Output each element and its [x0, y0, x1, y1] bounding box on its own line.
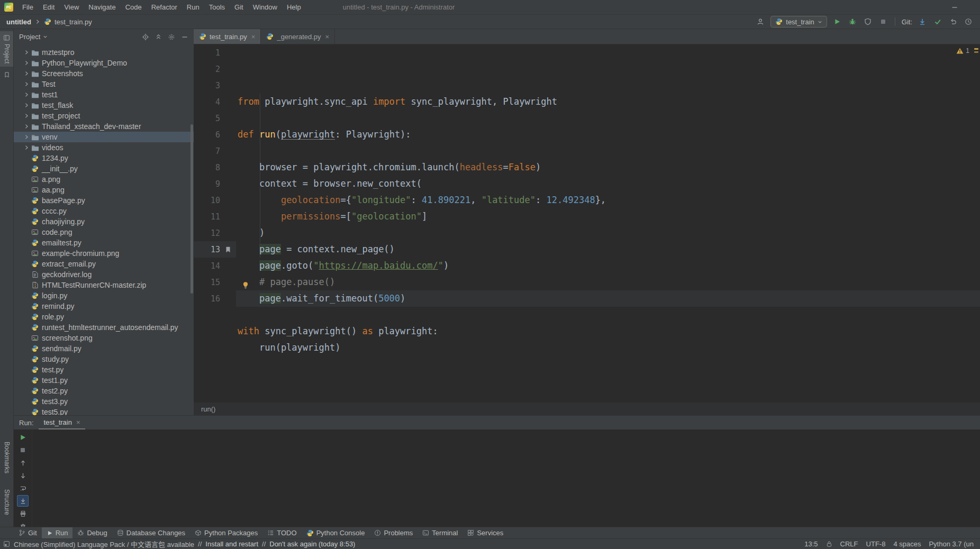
code-line-2[interactable] [236, 110, 980, 126]
chevron-right-icon[interactable] [23, 81, 31, 87]
editor-tab-test_train.py[interactable]: test_train.py× [194, 29, 261, 44]
tree-folder-Python_Playwright_Demo[interactable]: Python_Playwright_Demo [14, 58, 194, 68]
chevron-down-icon[interactable] [43, 34, 48, 39]
toolwindow-button-terminal[interactable]: Terminal [418, 527, 462, 538]
editor-pane[interactable]: 12345678910111213141516 from playwright.… [194, 44, 980, 402]
menu-edit[interactable]: Edit [38, 0, 59, 14]
chevron-right-icon[interactable] [23, 70, 31, 77]
breadcrumb-file[interactable]: test_train.py [55, 18, 92, 26]
tree-file-study.py[interactable]: study.py [14, 354, 194, 364]
tree-file-example-chromium.png[interactable]: example-chromium.png [14, 248, 194, 259]
soft-wrap-icon[interactable] [17, 482, 29, 494]
bookmark-icon[interactable] [4, 72, 10, 78]
tree-folder-test_project[interactable]: test_project [14, 111, 194, 121]
tree-folder-mztestpro[interactable]: mztestpro [14, 47, 194, 58]
encoding[interactable]: UTF-8 [866, 540, 886, 548]
git-commit-button[interactable] [932, 16, 943, 27]
tree-file-test5.py[interactable]: test5.py [14, 407, 194, 415]
rerun-icon[interactable] [17, 432, 29, 443]
tool-button-structure[interactable]: Structure [0, 486, 13, 518]
tree-file-test.py[interactable]: test.py [14, 364, 194, 375]
tree-file-login.py[interactable]: login.py [14, 290, 194, 301]
down-stack-icon[interactable] [17, 470, 29, 481]
toolwindow-button-git[interactable]: Git [14, 527, 42, 538]
menu-run[interactable]: Run [182, 0, 204, 14]
code-line-10[interactable]: page = context.new_page() [236, 241, 980, 258]
warning-stripe-mark[interactable] [974, 48, 978, 50]
tree-folder-Thailand_xsteach_dev-master[interactable]: Thailand_xsteach_dev-master [14, 121, 194, 132]
run-config-selector[interactable]: test_train [770, 16, 827, 28]
minimize-button[interactable] [947, 4, 962, 11]
tree-file-code.png[interactable]: code.png [14, 227, 194, 237]
readonly-lock-icon[interactable] [826, 541, 832, 547]
tree-file-remind.py[interactable]: remind.py [14, 301, 194, 312]
collapse-all-icon[interactable] [155, 33, 162, 40]
code-line-6[interactable]: context = browser.new_context( [236, 176, 980, 192]
tree-file-runtest_htmltestrunner_autosendemail.py[interactable]: runtest_htmltestrunner_autosendemail.py [14, 322, 194, 333]
hide-panel-icon[interactable] [181, 33, 188, 41]
tree-file-role.py[interactable]: role.py [14, 312, 194, 322]
run-button[interactable] [832, 16, 842, 27]
tree-file-cccc.py[interactable]: cccc.py [14, 206, 194, 216]
code-line-15[interactable]: with sync_playwright() as playwright: [236, 323, 980, 340]
tree-file-__init__.py[interactable]: __init__.py [14, 163, 194, 174]
tree-folder-Test[interactable]: Test [14, 79, 194, 89]
gear-icon[interactable] [168, 33, 175, 41]
locate-file-icon[interactable] [142, 33, 149, 41]
editor-tab-_generated.py[interactable]: _generated.py× [261, 29, 335, 44]
menu-git[interactable]: Git [230, 0, 248, 14]
up-stack-icon[interactable] [17, 457, 29, 469]
code-line-13[interactable]: page.wait_for_timeout(5000) [236, 290, 980, 307]
tree-file-geckodriver.log[interactable]: geckodriver.log [14, 269, 194, 280]
menu-refactor[interactable]: Refactor [147, 0, 182, 14]
stop-button[interactable] [878, 16, 888, 27]
caret-position[interactable]: 13:5 [804, 540, 818, 548]
close-tab-icon[interactable]: × [325, 33, 330, 41]
code-line-9[interactable]: ) [236, 225, 980, 241]
run-console[interactable] [32, 429, 980, 527]
menu-file[interactable]: File [17, 0, 38, 14]
chevron-right-icon[interactable] [23, 144, 31, 151]
chevron-right-icon[interactable] [23, 123, 31, 130]
install-restart-link[interactable]: Install and restart [205, 540, 258, 548]
interpreter[interactable]: Python 3.7 (un [929, 540, 974, 548]
code-line-1[interactable]: from playwright.sync_api import sync_pla… [236, 94, 980, 110]
menu-navigate[interactable]: Navigate [84, 0, 120, 14]
debug-button[interactable] [847, 16, 858, 27]
code-line-12[interactable]: # page.pause() [236, 274, 980, 290]
close-tab-icon[interactable]: × [251, 33, 256, 41]
chevron-right-icon[interactable] [23, 102, 31, 108]
code-line-3[interactable]: def run(playwright: Playwright): [236, 126, 980, 143]
tree-file-screenshot.png[interactable]: screenshot.png [14, 333, 194, 343]
dismiss-link[interactable]: Don't ask again (today 8:53) [269, 540, 355, 548]
code-line-14[interactable] [236, 307, 980, 323]
stop-icon[interactable] [17, 444, 29, 456]
tool-button-project[interactable]: Project [0, 31, 13, 67]
tree-file-emailtest.py[interactable]: emailtest.py [14, 237, 194, 248]
tree-folder-test1[interactable]: test1 [14, 89, 194, 100]
git-history-button[interactable] [963, 16, 974, 27]
code-line-11[interactable]: page.goto("https://map.baidu.com/") [236, 258, 980, 274]
project-scrollbar[interactable] [190, 124, 193, 294]
indent-setting[interactable]: 4 spaces [893, 540, 921, 548]
code-line-5[interactable]: browser = playwright.chromium.launch(hea… [236, 159, 980, 176]
git-rollback-button[interactable] [948, 16, 958, 27]
menu-view[interactable]: View [59, 0, 84, 14]
tree-file-test1.py[interactable]: test1.py [14, 375, 194, 386]
tree-folder-videos[interactable]: videos [14, 142, 194, 153]
toolwindow-button-python-packages[interactable]: Python Packages [190, 527, 262, 538]
tree-file-extract_email.py[interactable]: extract_email.py [14, 259, 194, 269]
tree-folder-test_flask[interactable]: test_flask [14, 100, 194, 111]
tree-file-1234.py[interactable]: 1234.py [14, 153, 194, 163]
print-icon[interactable] [17, 508, 29, 519]
editor-error-stripe[interactable] [973, 44, 980, 402]
tree-file-aa.png[interactable]: aa.png [14, 185, 194, 195]
profile-icon[interactable] [755, 16, 766, 27]
tree-file-a.png[interactable]: a.png [14, 174, 194, 185]
code-line-16[interactable]: run(playwright) [236, 340, 980, 356]
scroll-to-end-icon[interactable] [17, 495, 29, 507]
run-tab[interactable]: test_train × [39, 416, 85, 429]
inspections-widget[interactable]: 1 [956, 47, 969, 54]
breadcrumb-project[interactable]: untitled [6, 18, 31, 26]
tree-file-chaojiying.py[interactable]: chaojiying.py [14, 216, 194, 227]
